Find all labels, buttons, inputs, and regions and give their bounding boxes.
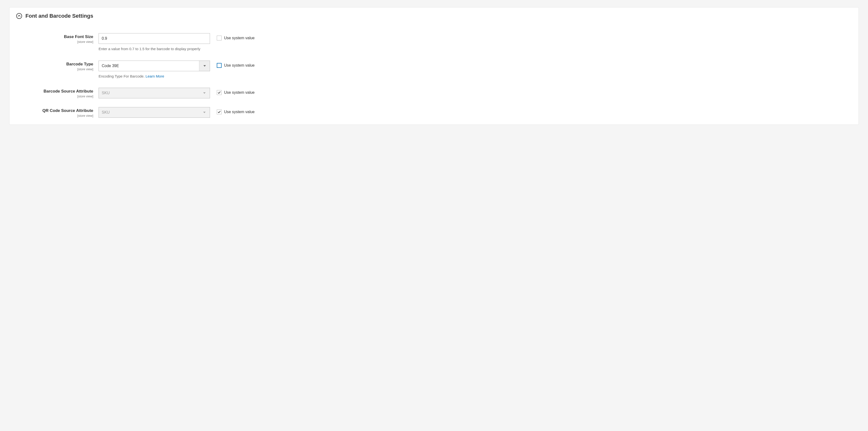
use-system-label: Use system value <box>224 36 254 40</box>
chevron-down-icon <box>199 88 210 98</box>
control-col: SKU <box>99 88 210 98</box>
field-barcode-source: Barcode Source Attribute [store view] SK… <box>16 88 852 98</box>
section-title: Font and Barcode Settings <box>25 13 93 19</box>
chevron-down-icon <box>199 61 210 71</box>
field-qr-source: QR Code Source Attribute [store view] SK… <box>16 107 852 118</box>
chevron-down-icon <box>199 107 210 118</box>
system-col: Use system value <box>210 33 254 40</box>
use-system-label: Use system value <box>224 110 254 114</box>
field-hint: Enter a value from 0.7 to 1.5 for the ba… <box>99 46 210 52</box>
field-scope: [store view] <box>16 40 93 43</box>
select-value: SKU <box>99 110 199 115</box>
use-system-label: Use system value <box>224 63 254 68</box>
label-col: Base Font Size [store view] <box>16 33 99 43</box>
base-font-size-input[interactable] <box>99 33 210 44</box>
select-value: SKU <box>99 91 199 95</box>
field-scope: [store view] <box>16 67 93 71</box>
label-col: Barcode Type [store view] <box>16 61 99 71</box>
field-scope: [store view] <box>16 114 93 118</box>
system-col: Use system value <box>210 107 254 114</box>
use-system-checkbox[interactable] <box>217 110 222 114</box>
field-label: Base Font Size <box>16 34 93 39</box>
hint-text: Encoding Type For Barcode. <box>99 74 146 78</box>
system-col: Use system value <box>210 88 254 95</box>
field-label: Barcode Type <box>16 62 93 67</box>
collapse-icon <box>16 13 22 19</box>
field-label: QR Code Source Attribute <box>16 108 93 113</box>
barcode-type-select[interactable]: Code 39E <box>99 61 210 71</box>
field-hint: Encoding Type For Barcode. Learn More <box>99 74 210 79</box>
field-label: Barcode Source Attribute <box>16 89 93 94</box>
barcode-source-select: SKU <box>99 88 210 98</box>
use-system-checkbox[interactable] <box>217 63 222 68</box>
use-system-checkbox[interactable] <box>217 36 222 40</box>
label-col: QR Code Source Attribute [store view] <box>16 107 99 118</box>
field-barcode-type: Barcode Type [store view] Code 39E Encod… <box>16 61 852 79</box>
use-system-label: Use system value <box>224 90 254 95</box>
control-col: SKU <box>99 107 210 118</box>
control-col: Code 39E Encoding Type For Barcode. Lear… <box>99 61 210 79</box>
system-col: Use system value <box>210 61 254 68</box>
fields-container: Base Font Size [store view] Enter a valu… <box>9 22 859 118</box>
settings-panel: Font and Barcode Settings Base Font Size… <box>9 7 859 125</box>
field-scope: [store view] <box>16 94 93 98</box>
use-system-checkbox[interactable] <box>217 90 222 95</box>
qr-source-select: SKU <box>99 107 210 118</box>
select-value: Code 39E <box>99 64 199 68</box>
section-header[interactable]: Font and Barcode Settings <box>9 7 859 22</box>
field-base-font-size: Base Font Size [store view] Enter a valu… <box>16 33 852 52</box>
label-col: Barcode Source Attribute [store view] <box>16 88 99 98</box>
control-col: Enter a value from 0.7 to 1.5 for the ba… <box>99 33 210 52</box>
learn-more-link[interactable]: Learn More <box>146 74 164 78</box>
